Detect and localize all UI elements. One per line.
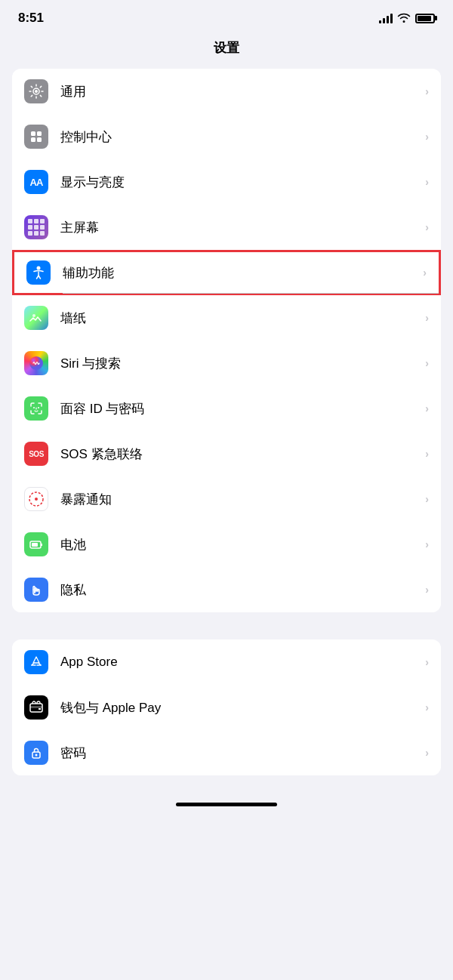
wallpaper-icon	[24, 306, 48, 330]
status-time: 8:51	[18, 11, 44, 26]
svg-rect-15	[39, 708, 41, 710]
general-label: 通用	[60, 83, 425, 100]
settings-row-sos[interactable]: SOS SOS 紧急联络 ›	[12, 431, 441, 476]
status-bar: 8:51	[0, 0, 453, 32]
display-chevron: ›	[425, 176, 429, 188]
svg-point-17	[35, 754, 38, 757]
settings-row-control[interactable]: 控制中心 ›	[12, 114, 441, 159]
privacy-label: 隐私	[60, 581, 425, 599]
settings-row-passwords[interactable]: 密码 ›	[12, 730, 441, 775]
settings-row-wallpaper[interactable]: 墙纸 ›	[12, 295, 441, 341]
passwords-icon	[24, 741, 48, 765]
accessibility-label: 辅助功能	[63, 264, 423, 282]
control-icon	[24, 125, 48, 149]
wallet-label: 钱包与 Apple Pay	[60, 699, 425, 717]
appstore-icon	[24, 650, 48, 674]
siri-label: Siri 与搜索	[60, 355, 425, 372]
wallpaper-label: 墙纸	[60, 310, 425, 327]
privacy-chevron: ›	[425, 584, 429, 596]
settings-row-exposure[interactable]: 暴露通知 ›	[12, 476, 441, 522]
status-icons	[379, 12, 435, 25]
settings-row-homescreen[interactable]: 主屏幕 ›	[12, 205, 441, 250]
appstore-label: App Store	[60, 655, 425, 670]
passwords-label: 密码	[60, 744, 425, 762]
siri-icon	[24, 351, 48, 375]
faceid-icon	[24, 396, 48, 421]
wifi-icon	[397, 12, 411, 25]
svg-rect-2	[31, 131, 35, 136]
siri-chevron: ›	[425, 357, 429, 369]
battery-settings-icon	[24, 532, 48, 556]
settings-row-appstore[interactable]: App Store ›	[12, 639, 441, 685]
appstore-chevron: ›	[425, 656, 429, 668]
wallpaper-chevron: ›	[425, 312, 429, 324]
page-title: 设置	[0, 32, 453, 69]
settings-row-privacy[interactable]: 隐私 ›	[12, 567, 441, 612]
homescreen-icon	[24, 215, 48, 239]
wallet-chevron: ›	[425, 701, 429, 713]
svg-point-10	[35, 498, 38, 501]
battery-label: 电池	[60, 536, 425, 553]
battery-chevron: ›	[425, 538, 429, 550]
exposure-label: 暴露通知	[60, 491, 425, 508]
settings-row-battery[interactable]: 电池 ›	[12, 522, 441, 567]
wallet-icon	[24, 695, 48, 720]
settings-row-siri[interactable]: Siri 与搜索 ›	[12, 341, 441, 386]
general-icon	[24, 79, 48, 103]
battery-icon	[415, 14, 435, 23]
sos-icon: SOS	[24, 442, 48, 466]
settings-group-1: 通用 › 控制中心 › AA 显示与亮度 › 主屏幕	[12, 69, 441, 612]
control-chevron: ›	[425, 131, 429, 143]
svg-point-0	[35, 90, 38, 93]
svg-rect-4	[31, 137, 35, 142]
faceid-label: 面容 ID 与密码	[60, 400, 425, 418]
svg-point-7	[32, 314, 35, 317]
exposure-chevron: ›	[425, 493, 429, 505]
signal-icon	[379, 13, 393, 23]
settings-row-faceid[interactable]: 面容 ID 与密码 ›	[12, 386, 441, 431]
svg-rect-12	[32, 543, 38, 547]
svg-rect-3	[37, 131, 42, 136]
svg-rect-14	[30, 706, 42, 708]
privacy-icon	[24, 578, 48, 602]
display-icon: AA	[24, 170, 48, 194]
home-bar	[176, 803, 277, 806]
settings-group-2: App Store › 钱包与 Apple Pay › 密码 ›	[12, 639, 441, 775]
homescreen-chevron: ›	[425, 221, 429, 233]
sos-chevron: ›	[425, 448, 429, 460]
svg-rect-5	[37, 137, 42, 142]
passwords-chevron: ›	[425, 747, 429, 759]
control-label: 控制中心	[60, 128, 425, 146]
accessibility-icon	[26, 260, 51, 285]
general-chevron: ›	[425, 85, 429, 97]
settings-row-wallet[interactable]: 钱包与 Apple Pay ›	[12, 685, 441, 730]
settings-row-general[interactable]: 通用 ›	[12, 69, 441, 114]
sos-label: SOS 紧急联络	[60, 445, 425, 463]
accessibility-chevron: ›	[423, 267, 427, 279]
faceid-chevron: ›	[425, 402, 429, 414]
svg-point-6	[37, 267, 41, 270]
homescreen-label: 主屏幕	[60, 219, 425, 236]
display-label: 显示与亮度	[60, 174, 425, 191]
settings-row-accessibility[interactable]: 辅助功能 ›	[12, 250, 441, 295]
settings-row-display[interactable]: AA 显示与亮度 ›	[12, 159, 441, 205]
exposure-icon	[24, 487, 48, 511]
